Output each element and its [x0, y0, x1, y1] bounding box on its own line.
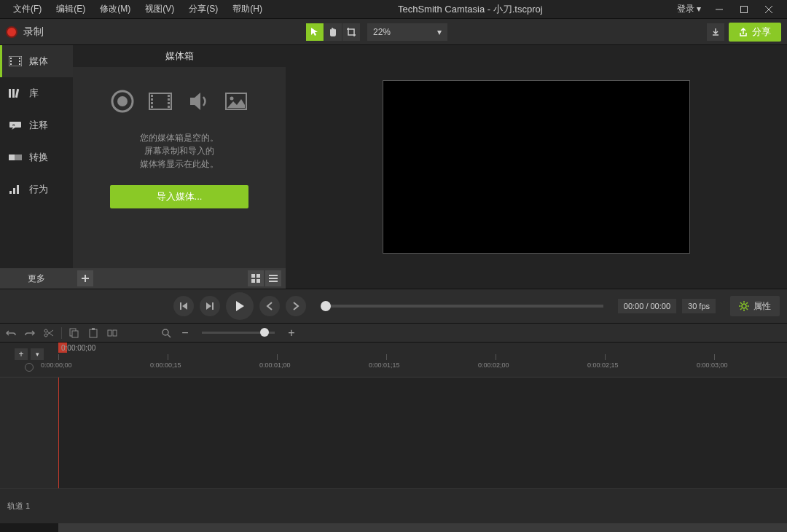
- transition-icon: [9, 152, 22, 163]
- undo-icon: [6, 328, 16, 338]
- behavior-icon: [9, 184, 22, 195]
- split-icon: [107, 328, 117, 338]
- playback-thumb[interactable]: [321, 301, 331, 311]
- svg-rect-44: [212, 302, 214, 310]
- step-back-button[interactable]: [259, 296, 280, 316]
- pointer-tool[interactable]: [306, 23, 324, 41]
- window-minimize-button[interactable]: [707, 2, 732, 17]
- chevron-left-icon: [266, 302, 273, 310]
- sidebar-item-annotations[interactable]: a 注释: [0, 109, 73, 141]
- import-media-button[interactable]: 导入媒体...: [110, 185, 248, 208]
- menu-help[interactable]: 帮助(H): [225, 3, 270, 15]
- track-row-1[interactable]: [58, 488, 787, 523]
- add-media-button[interactable]: [77, 270, 93, 286]
- copy-button[interactable]: [68, 326, 81, 340]
- media-panel: 媒体箱 您的媒体箱是空的。 屏幕录制和导入的 媒体将显示在此处。 导入媒体...: [73, 45, 286, 289]
- menu-view[interactable]: 视图(V): [138, 3, 181, 15]
- menu-edit[interactable]: 编辑(E): [49, 3, 93, 15]
- annotation-icon: a: [9, 120, 22, 130]
- prev-frame-icon: [179, 302, 188, 310]
- svg-rect-59: [72, 331, 78, 337]
- fps-display[interactable]: 30 fps: [682, 299, 716, 313]
- sidebar-item-transitions[interactable]: 转换: [0, 141, 73, 173]
- play-button[interactable]: [226, 292, 254, 320]
- svg-point-64: [163, 329, 168, 335]
- play-icon: [234, 300, 246, 312]
- zoom-select[interactable]: 22% ▾: [367, 23, 447, 41]
- minimize-icon: [716, 6, 723, 13]
- zoom-search-button[interactable]: [160, 326, 173, 340]
- timeline-toolbar: − +: [0, 324, 787, 343]
- step-forward-button[interactable]: [286, 296, 306, 316]
- sidebar-item-media[interactable]: 媒体: [0, 45, 73, 77]
- sidebar: 媒体 库 a 注释 转换 行为 更多: [0, 45, 73, 289]
- redo-button[interactable]: [23, 326, 36, 340]
- library-icon: [9, 88, 22, 98]
- svg-rect-1: [741, 6, 748, 12]
- split-button[interactable]: [106, 326, 119, 340]
- track-menu-button[interactable]: ▾: [31, 348, 44, 360]
- next-frame-button[interactable]: [200, 296, 220, 316]
- sidebar-item-behaviors[interactable]: 行为: [0, 173, 73, 206]
- svg-line-53: [740, 308, 742, 310]
- cut-button[interactable]: [42, 326, 55, 340]
- crop-icon: [346, 27, 356, 37]
- video-media-icon: [148, 89, 173, 114]
- media-empty-message: 您的媒体箱是空的。 屏幕录制和导入的 媒体将显示在此处。: [140, 131, 219, 171]
- menu-file[interactable]: 文件(F): [6, 3, 49, 15]
- playhead-time: 0:00:00;00: [61, 344, 95, 352]
- record-button[interactable]: 录制: [6, 26, 44, 39]
- svg-rect-17: [15, 154, 22, 160]
- chevron-down-icon: ▾: [437, 27, 442, 37]
- pan-tool[interactable]: [324, 23, 342, 41]
- track-label-1[interactable]: 轨道 1: [0, 488, 58, 523]
- svg-point-22: [117, 96, 128, 106]
- sidebar-more-button[interactable]: 更多: [0, 268, 73, 289]
- window-close-button[interactable]: [756, 2, 781, 17]
- add-track-button[interactable]: +: [15, 348, 28, 360]
- copy-icon: [69, 328, 79, 338]
- timeline-zoom-slider[interactable]: [202, 332, 275, 334]
- canvas-tools: [306, 23, 360, 41]
- chevron-down-icon: ▾: [36, 351, 39, 358]
- menu-share[interactable]: 分享(S): [181, 3, 225, 15]
- window-maximize-button[interactable]: [732, 2, 756, 17]
- share-icon: [739, 28, 748, 36]
- media-icon: [9, 56, 22, 66]
- zoom-in-button[interactable]: +: [285, 326, 298, 340]
- chevron-down-icon: ▾: [697, 4, 701, 14]
- scrollbar-thumb[interactable]: [58, 523, 787, 532]
- undo-button[interactable]: [4, 326, 17, 340]
- properties-button[interactable]: 属性: [730, 296, 780, 316]
- svg-point-54: [44, 329, 47, 332]
- list-icon: [269, 274, 278, 283]
- zoom-out-button[interactable]: −: [179, 326, 192, 340]
- svg-rect-28: [168, 95, 170, 97]
- svg-rect-27: [151, 106, 153, 108]
- svg-rect-19: [13, 188, 15, 194]
- svg-rect-10: [19, 63, 20, 65]
- zoom-slider-thumb[interactable]: [260, 328, 269, 337]
- grid-view-button[interactable]: [248, 270, 264, 286]
- scissors-icon: [44, 328, 54, 338]
- svg-point-45: [742, 304, 746, 308]
- track-area[interactable]: [58, 378, 787, 523]
- marker-toggle[interactable]: [25, 363, 34, 372]
- sidebar-item-library[interactable]: 库: [0, 77, 73, 109]
- menu-modify[interactable]: 修改(M): [93, 3, 138, 15]
- preview-canvas[interactable]: [383, 80, 690, 254]
- download-button[interactable]: [707, 23, 724, 41]
- login-button[interactable]: 登录 ▾: [671, 3, 707, 15]
- record-icon: [6, 26, 17, 38]
- paste-button[interactable]: [87, 326, 100, 340]
- svg-rect-36: [251, 274, 255, 278]
- svg-rect-24: [151, 95, 153, 97]
- svg-line-52: [746, 302, 748, 304]
- playback-slider[interactable]: [321, 305, 603, 308]
- share-button[interactable]: 分享: [729, 23, 781, 42]
- prev-frame-button[interactable]: [173, 296, 194, 316]
- sidebar-item-label: 转换: [29, 151, 48, 164]
- timeline-ruler[interactable]: 0:00:00;00 0:00:00;000:00:00;150:00:01;0…: [58, 343, 787, 377]
- list-view-button[interactable]: [265, 270, 281, 286]
- crop-tool[interactable]: [342, 23, 360, 41]
